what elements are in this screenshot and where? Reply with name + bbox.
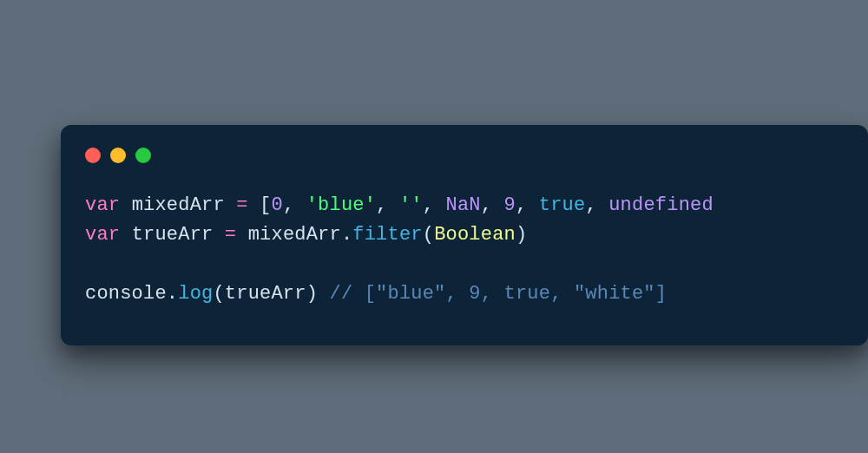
dot: . <box>341 224 352 246</box>
bracket-open: [ <box>260 194 271 216</box>
code-line-1: var mixedArr = [0, 'blue', '', NaN, 9, t… <box>85 194 713 216</box>
method-filter: filter <box>352 224 422 246</box>
paren-open: ( <box>423 224 434 246</box>
comma: , <box>283 194 306 216</box>
comma: , <box>376 194 399 216</box>
code-content: var mixedArr = [0, 'blue', '', NaN, 9, t… <box>61 172 868 345</box>
code-window: var mixedArr = [0, 'blue', '', NaN, 9, t… <box>61 125 868 345</box>
code-line-4: console.log(trueArr) // ["blue", 9, true… <box>85 283 667 305</box>
paren-open: ( <box>213 283 224 305</box>
number-9: 9 <box>504 194 516 216</box>
variable-mixedArr: mixedArr <box>132 194 225 216</box>
keyword-var: var <box>85 224 120 246</box>
paren-close: ) <box>516 224 527 246</box>
method-log: log <box>178 283 213 305</box>
space <box>318 283 329 305</box>
argument-trueArr: trueArr <box>225 283 306 305</box>
undefined-literal: undefined <box>608 194 713 216</box>
code-line-2: var trueArr = mixedArr.filter(Boolean) <box>85 224 527 246</box>
string-blue: 'blue' <box>306 194 376 216</box>
object-mixedArr: mixedArr <box>248 224 341 246</box>
keyword-var: var <box>85 194 120 216</box>
variable-trueArr: trueArr <box>132 224 214 246</box>
comma: , <box>423 194 446 216</box>
nan-literal: NaN <box>446 194 481 216</box>
comma: , <box>585 194 608 216</box>
window-titlebar <box>61 125 868 172</box>
object-console: console <box>85 283 167 305</box>
comment-output: // ["blue", 9, true, "white"] <box>330 283 667 305</box>
comma: , <box>481 194 504 216</box>
string-empty: '' <box>399 194 423 216</box>
minimize-icon[interactable] <box>110 148 126 163</box>
number-0: 0 <box>271 194 282 216</box>
comma: , <box>516 194 539 216</box>
paren-close: ) <box>306 283 318 305</box>
maximize-icon[interactable] <box>135 148 151 163</box>
close-icon[interactable] <box>85 148 101 163</box>
boolean-true: true <box>539 194 586 216</box>
dot: . <box>167 283 178 305</box>
class-boolean: Boolean <box>434 224 516 246</box>
operator-assign: = <box>213 224 247 246</box>
operator-assign: = <box>225 194 260 216</box>
